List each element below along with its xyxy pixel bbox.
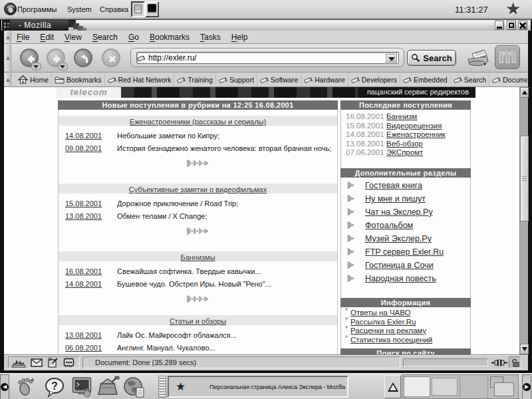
info-link[interactable]: Статистика посещений — [350, 336, 432, 344]
ptb-item-hardware[interactable]: Hardware — [301, 72, 348, 86]
ptb-item-label: Red Hat Network — [118, 76, 172, 84]
search-button[interactable]: Search — [407, 50, 456, 66]
extra-link[interactable]: Гостевая книга — [365, 181, 422, 190]
panel-hide-right-button[interactable]: ▶ — [522, 374, 531, 399]
section-title-link[interactable]: Статьи и обзоры — [170, 317, 226, 325]
recent-link[interactable]: Еженастроенник — [386, 130, 446, 138]
panel-menu-programs[interactable]: Программы — [17, 5, 57, 13]
minimize-button[interactable] — [495, 21, 504, 30]
ptb-item-home[interactable]: Home — [15, 72, 52, 86]
window-titlebar[interactable]: - Mozilla — [1, 20, 531, 31]
section-title-link[interactable]: Субъективные заметки о видеофильмах — [129, 186, 267, 194]
forward-button[interactable] — [47, 49, 65, 67]
stop-button[interactable] — [102, 49, 120, 67]
scroll-up-icon[interactable] — [520, 87, 529, 98]
menu-search[interactable]: Search — [92, 33, 118, 42]
mail-icon[interactable] — [31, 358, 43, 367]
extra-link[interactable]: Фотоальбом — [365, 221, 413, 230]
mozilla-logo-button[interactable]: m — [495, 45, 520, 69]
online-plug-icon[interactable] — [491, 358, 507, 368]
menu-edit[interactable]: Edit — [40, 33, 54, 42]
composer-icon[interactable] — [47, 357, 59, 368]
back-dropdown-icon[interactable] — [32, 63, 41, 70]
maximize-button[interactable] — [507, 21, 516, 30]
ptb-item-training[interactable]: Training — [174, 72, 216, 86]
navigator-icon[interactable] — [11, 358, 26, 368]
extra-link[interactable]: Ну мне и пишут — [365, 194, 426, 203]
menu-bookmarks[interactable]: Bookmarks — [150, 33, 190, 42]
desk-guide-pager[interactable] — [402, 374, 519, 399]
scroll-down-icon[interactable] — [520, 344, 529, 354]
ptb-item-embedded[interactable]: Embedded — [400, 72, 451, 86]
mini-pager-applet[interactable] — [131, 1, 160, 17]
menu-go[interactable]: Go — [128, 33, 139, 42]
star-applet-icon[interactable]: ★ — [505, 0, 521, 19]
reload-button[interactable] — [74, 49, 92, 67]
address-book-icon[interactable] — [63, 358, 74, 367]
taskbar-window-button[interactable]: ★ Персональная страница Алекса Экслера -… — [168, 376, 348, 398]
ptb-item-search[interactable]: Search — [451, 72, 489, 86]
extra-link[interactable]: Гостиница в Сочи — [365, 261, 434, 270]
news-date-link[interactable]: 13.08.2001 — [65, 331, 102, 339]
news-date-link[interactable]: 09.08.2001 — [65, 144, 102, 152]
pager-window-thumb[interactable] — [432, 378, 458, 396]
news-date-link[interactable]: 14.08.2001 — [65, 280, 102, 288]
news-date-link[interactable]: 16.08.2001 — [65, 267, 102, 275]
ad-banner[interactable]: telecom пацанский сервис редиректов — [57, 87, 475, 98]
toolbar-grippy[interactable] — [5, 31, 11, 43]
url-dropdown-icon[interactable] — [386, 54, 397, 63]
toolbox-launcher[interactable] — [96, 375, 120, 398]
menu-file[interactable]: File — [17, 33, 29, 42]
info-link[interactable]: Ответы на ЧАВО — [350, 309, 410, 317]
scrollbar-thumb[interactable] — [520, 136, 529, 221]
print-button[interactable] — [464, 46, 491, 73]
info-link[interactable]: Рассылка Exler.Ru — [350, 318, 416, 326]
panel-hide-left-button[interactable]: ◀ — [0, 374, 9, 399]
pager-window-thumb[interactable] — [494, 382, 514, 396]
extra-link[interactable]: Народная повесть — [365, 274, 436, 283]
ptb-item-bookmarks[interactable]: Bookmarks — [52, 72, 105, 86]
vertical-scrollbar[interactable] — [519, 87, 528, 354]
deskguide-toggle-button[interactable] — [384, 375, 401, 398]
ptb-item-documentation[interactable]: Documentation — [489, 72, 527, 86]
news-date-link[interactable]: 15.08.2001 — [65, 200, 102, 207]
section-title-link[interactable]: Баннизмы — [180, 253, 215, 261]
news-date-link[interactable]: 13.08.2001 — [65, 212, 102, 220]
ptb-item-developers[interactable]: Developers — [348, 72, 400, 86]
recent-link[interactable]: Видеорецензия — [386, 122, 442, 130]
url-input[interactable]: http://exler.ru/ — [136, 52, 399, 64]
ptb-item-support[interactable]: Support — [216, 72, 257, 86]
tasklist-handle[interactable] — [158, 376, 166, 398]
extra-link[interactable]: FTP сервер Exler.Ru — [365, 247, 444, 257]
forward-dropdown-icon[interactable] — [59, 63, 67, 70]
news-date-link[interactable]: 06.08.2001 — [65, 344, 102, 352]
back-button[interactable] — [20, 49, 39, 67]
news-date-link[interactable]: 14.08.2001 — [65, 132, 102, 140]
mini-pager-desktop-1[interactable] — [131, 1, 145, 17]
security-lock[interactable] — [509, 356, 521, 368]
help-launcher[interactable]: ? — [43, 375, 66, 398]
terminal-launcher[interactable] — [70, 375, 94, 398]
panel-menu-help[interactable]: Справка — [100, 5, 128, 13]
main-menu-button[interactable] — [13, 375, 37, 398]
ptb-item-software[interactable]: Software — [257, 72, 301, 86]
toolbar-grippy[interactable] — [5, 45, 11, 71]
menu-tasks[interactable]: Tasks — [200, 33, 221, 42]
close-button[interactable] — [518, 21, 527, 30]
extra-link[interactable]: Чат на Экслер.Ру — [365, 207, 433, 217]
mini-pager-desktop-2[interactable] — [145, 1, 159, 17]
toolbar-grippy[interactable] — [5, 73, 11, 86]
pager-active-viewport[interactable] — [404, 376, 430, 397]
recent-link[interactable]: Веб-обзор — [386, 140, 423, 148]
menu-view[interactable]: View — [65, 33, 82, 42]
info-link[interactable]: Расценки на рекламу — [350, 327, 426, 334]
menu-help[interactable]: Help — [231, 33, 248, 42]
recent-link[interactable]: Баннизм — [386, 112, 417, 120]
ptb-item-red-hat-network[interactable]: Red Hat Network — [105, 72, 175, 86]
section-title-link[interactable]: Еженастроенники (рассказы и сериалы) — [130, 118, 266, 126]
recent-link[interactable]: ЭКСпромт — [386, 148, 423, 156]
extra-link[interactable]: Музей Экслер.Ру — [365, 234, 432, 243]
gnome-menu-icon[interactable] — [4, 3, 17, 15]
browser-launcher[interactable] — [122, 375, 146, 398]
panel-menu-system[interactable]: System — [67, 5, 92, 13]
